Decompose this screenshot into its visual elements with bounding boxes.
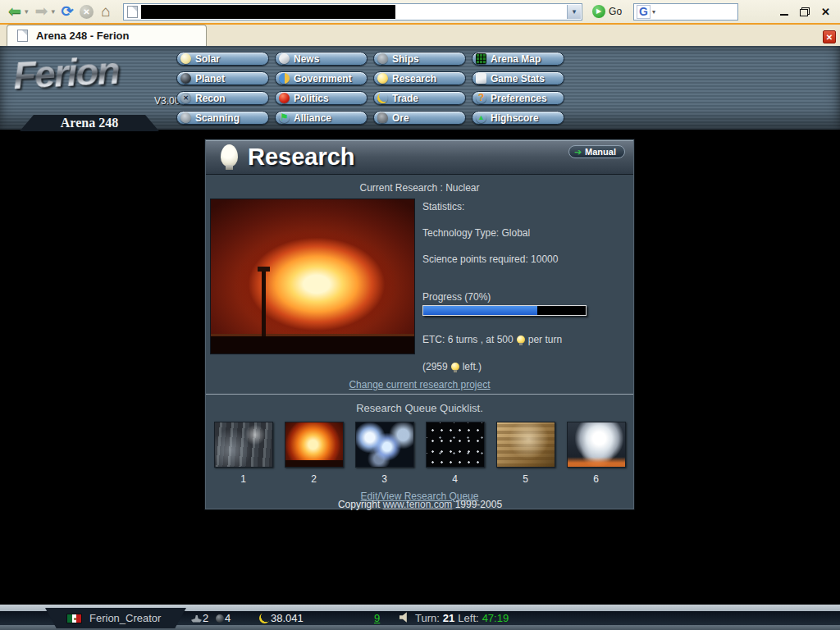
points-left-line: (2959 left.) <box>422 361 587 372</box>
nav-button-recon[interactable]: Recon <box>176 91 269 105</box>
lightbulb-icon <box>221 144 238 167</box>
people-icon <box>279 73 290 84</box>
flag-icon <box>279 112 290 123</box>
search-input[interactable]: G ▾ <box>633 3 738 21</box>
planet-icon <box>216 614 224 623</box>
progress-label: Progress (70%) <box>422 291 587 303</box>
queue-item[interactable]: 5 <box>496 422 555 485</box>
nav-button-highscore[interactable]: Highscore <box>472 111 564 125</box>
tab-arena-248[interactable]: Arena 248 - Ferion <box>7 25 207 46</box>
document-icon <box>476 73 486 84</box>
forward-dropdown-icon[interactable]: ▾ <box>52 7 56 16</box>
nav-button-solar[interactable]: Solar <box>176 52 269 66</box>
queue-thumb-industrial-generator[interactable] <box>214 422 273 468</box>
back-icon[interactable]: ⬅ <box>5 3 25 20</box>
queue-item[interactable]: 1 <box>214 422 273 485</box>
manual-button[interactable]: ➔ Manual <box>568 145 625 158</box>
tab-close-icon[interactable]: ✕ <box>823 30 836 43</box>
nav-button-arena-map[interactable]: Arena Map <box>472 52 564 66</box>
turn-info: Turn: 21 Left: 47:19 <box>415 612 509 624</box>
nav-button-trade[interactable]: Trade <box>373 91 466 105</box>
main-navigation: Solar News Ships Arena Map Planet Govern… <box>176 52 570 126</box>
queue-item[interactable]: 3 <box>355 422 414 485</box>
nav-button-scanning[interactable]: Scanning <box>176 111 269 125</box>
ships-count: 2 <box>191 612 208 624</box>
minimize-button[interactable] <box>780 7 788 16</box>
search-dropdown-icon[interactable]: ▾ <box>652 8 655 16</box>
nav-button-politics[interactable]: Politics <box>275 91 368 105</box>
map-grid-icon <box>476 53 486 64</box>
crosshair-icon <box>180 93 191 103</box>
ferion-link[interactable]: www.ferion.com <box>383 499 453 510</box>
status-bar: Ferion_Creator 2 4 38.041 9 Turn: 21 Lef… <box>0 603 840 630</box>
go-button[interactable]: ▶ Go <box>592 5 622 18</box>
credits-amount: 38.041 <box>259 612 304 624</box>
progress-bar <box>422 305 587 316</box>
address-bar[interactable]: ▾ <box>123 3 582 21</box>
research-statistics: Statistics: Technology Type: Global Scie… <box>422 199 587 372</box>
nav-button-game-stats[interactable]: Game Stats <box>472 71 564 85</box>
panel-divider <box>206 394 633 395</box>
credits-crescent-icon <box>259 613 270 623</box>
page-title: Research <box>248 144 355 171</box>
progress-bar-fill <box>423 306 537 315</box>
forward-icon[interactable]: ➡ <box>32 3 52 20</box>
queue-thumb-blue-spheres[interactable] <box>355 422 414 468</box>
nav-button-ships[interactable]: Ships <box>373 52 466 66</box>
window-controls: ✕ <box>780 6 835 18</box>
current-research-label: Current Research : Nuclear <box>206 182 633 194</box>
mexico-flag-icon <box>66 614 82 623</box>
question-icon <box>476 93 486 103</box>
queue-item[interactable]: 4 <box>426 422 485 485</box>
close-button[interactable]: ✕ <box>821 6 830 18</box>
radar-icon <box>180 112 191 123</box>
explosion-tower-detail <box>262 269 266 337</box>
research-queue: 1 2 3 4 5 6 <box>206 422 633 485</box>
tab-bar: Arena 248 - Ferion ✕ <box>0 23 840 46</box>
queue-thumb-orange-explosion[interactable] <box>285 422 344 468</box>
page-content: Research ➔ Manual Current Research : Nuc… <box>0 131 840 603</box>
restore-button[interactable] <box>800 7 810 16</box>
rock-icon <box>377 112 388 123</box>
nav-button-government[interactable]: Government <box>275 71 368 85</box>
science-point-bulb-icon <box>517 336 525 344</box>
turn-number: 21 <box>443 612 454 624</box>
tab-page-icon <box>17 30 28 42</box>
research-body: Statistics: Technology Type: Global Scie… <box>206 199 633 372</box>
nav-button-planet[interactable]: Planet <box>176 71 269 85</box>
browser-toolbar: ⬅ ▾ ➡ ▾ ⟳ ✕ ⌂ ▾ ▶ Go G ▾ ✕ <box>0 0 840 23</box>
research-panel: Research ➔ Manual Current Research : Nuc… <box>205 139 634 509</box>
address-dropdown-icon[interactable]: ▾ <box>567 5 581 19</box>
home-icon[interactable]: ⌂ <box>97 2 115 21</box>
queue-thumb-starfield[interactable] <box>426 422 485 468</box>
nav-button-alliance[interactable]: Alliance <box>275 111 368 125</box>
messages-count-link[interactable]: 9 <box>374 612 380 624</box>
google-icon: G <box>637 5 651 19</box>
queue-title: Research Queue Quicklist. <box>206 402 633 414</box>
current-research-image <box>210 199 415 354</box>
go-icon: ▶ <box>592 5 605 18</box>
page-icon <box>127 6 138 18</box>
news-icon <box>279 53 290 64</box>
research-panel-header: Research ➔ Manual <box>206 140 633 175</box>
game-header: Ferion V3.00 Arena 248 Solar News Ships … <box>0 46 840 131</box>
queue-item[interactable]: 6 <box>567 422 626 485</box>
arena-badge: Arena 248 <box>20 115 159 131</box>
sun-icon <box>180 53 191 64</box>
nav-button-research[interactable]: Research <box>373 71 466 85</box>
manual-arrow-icon: ➔ <box>574 148 582 157</box>
queue-item[interactable]: 2 <box>285 422 344 485</box>
planets-count: 4 <box>216 612 231 624</box>
stop-icon[interactable]: ✕ <box>80 5 94 19</box>
statistics-label: Statistics: <box>422 201 587 212</box>
nav-button-preferences[interactable]: Preferences <box>472 91 564 105</box>
queue-thumb-mushroom-cloud[interactable] <box>567 422 626 468</box>
pin-icon <box>279 93 290 103</box>
nav-button-news[interactable]: News <box>275 52 368 66</box>
refresh-icon[interactable]: ⟳ <box>58 2 76 21</box>
nav-button-ore[interactable]: Ore <box>373 111 466 125</box>
back-dropdown-icon[interactable]: ▾ <box>25 7 29 16</box>
bulb-icon <box>377 73 388 84</box>
queue-thumb-mining-facility[interactable] <box>496 422 555 468</box>
change-research-link[interactable]: Change current research project <box>349 379 490 390</box>
